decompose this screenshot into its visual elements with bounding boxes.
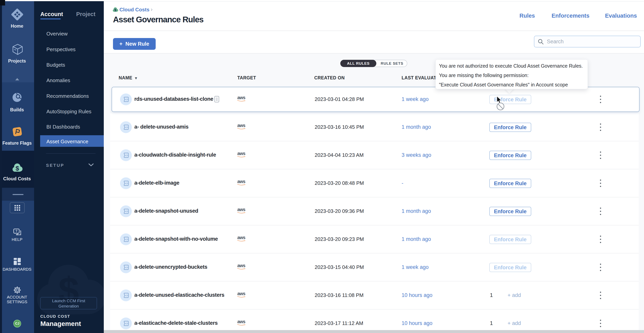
svg-text:</>: </> (125, 210, 128, 213)
svg-text:aws: aws (237, 207, 245, 212)
svg-text:aws: aws (237, 151, 245, 156)
svg-text:$: $ (114, 8, 116, 12)
svg-text:</>: </> (125, 294, 128, 297)
svg-text:aws: aws (237, 235, 245, 240)
svg-text:</>: </> (125, 266, 128, 269)
svg-text:?: ? (16, 229, 18, 233)
svg-text:aws: aws (237, 123, 245, 128)
svg-text:aws: aws (237, 263, 245, 268)
svg-text:aws: aws (237, 291, 245, 296)
svg-text:aws: aws (237, 179, 245, 184)
svg-text:</>: </> (125, 322, 128, 325)
svg-text:aws: aws (237, 95, 245, 100)
svg-text:</>: </> (125, 154, 128, 157)
svg-text:</>: </> (125, 182, 128, 185)
svg-text:$: $ (16, 165, 19, 172)
svg-text:</>: </> (125, 98, 128, 101)
svg-text:</>: </> (125, 126, 128, 129)
svg-text:aws: aws (237, 319, 245, 324)
svg-text:</>: </> (125, 238, 128, 241)
